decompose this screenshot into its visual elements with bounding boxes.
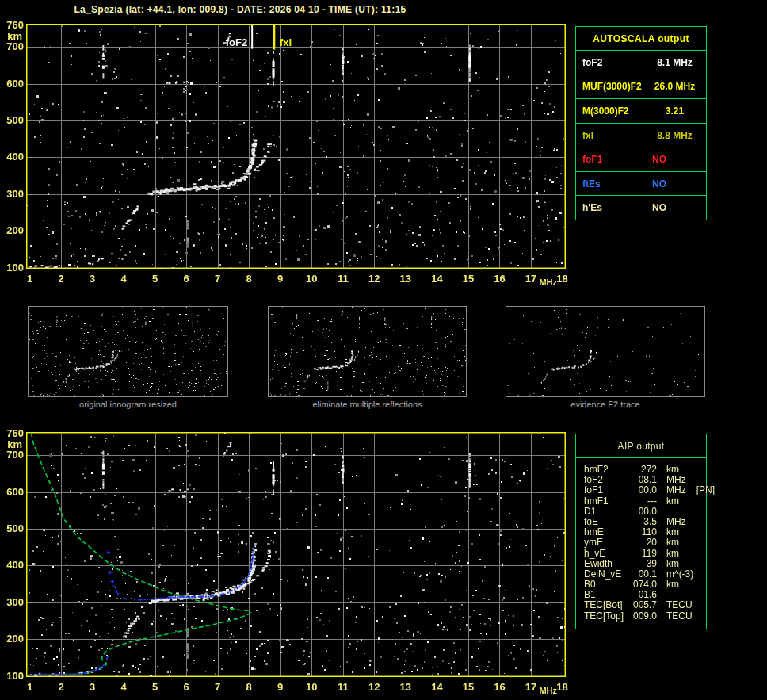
param-label: hmF1 xyxy=(584,496,628,507)
table-row: h'EsNO xyxy=(576,196,706,220)
autoscala-output-table: AUTOSCALA output foF28.1 MHzMUF(3000)F22… xyxy=(575,26,707,220)
param-unit: km xyxy=(666,549,706,559)
param-value: NO xyxy=(643,172,706,196)
table-row: hmF1---km xyxy=(584,496,706,507)
param-value: 26.0 MHz xyxy=(643,75,706,99)
param-label: foF2 xyxy=(576,51,643,75)
param-label: fxI xyxy=(576,124,643,147)
param-label: Ewidth xyxy=(584,559,628,569)
param-label: TEC[Top] xyxy=(584,611,628,622)
thumbnail-original-ionogram xyxy=(28,306,228,397)
param-value: 3.21 xyxy=(643,99,706,123)
param-label: foF1 xyxy=(584,485,628,495)
param-label: M(3000)F2 xyxy=(576,99,643,123)
table-row: ymE20km xyxy=(584,537,706,548)
autoscala-app-screen: { "title": "La_Spezia (lat: +44.1, lon: … xyxy=(0,0,767,700)
table-row: MUF(3000)F226.0 MHz xyxy=(576,75,706,100)
param-unit: km xyxy=(666,559,706,569)
param-unit: km xyxy=(666,496,706,507)
thumbnail-caption: eliminate multiple reflections xyxy=(268,400,467,409)
aip-output-table: AIP output hmF2272kmfoF208.1MHzfoF100.0M… xyxy=(575,434,707,629)
table-row: h_vE119km xyxy=(584,549,706,559)
param-value: 00.0 xyxy=(628,485,657,495)
param-unit: km xyxy=(666,580,706,590)
table-row: M(3000)F23.21 xyxy=(576,99,706,124)
param-unit: km xyxy=(666,537,706,548)
param-value: 119 xyxy=(628,549,657,559)
param-unit: TECU xyxy=(666,600,706,610)
table-row: foF1NO xyxy=(576,147,706,172)
param-value: NO xyxy=(643,147,706,171)
ionogram-plot-canvas xyxy=(0,17,578,295)
page-title: La_Spezia (lat: +44.1, lon: 009.8) - DAT… xyxy=(0,4,480,15)
autoscala-table-rows: foF28.1 MHzMUF(3000)F226.0 MHzM(3000)F23… xyxy=(576,51,706,220)
autoscala-table-header: AUTOSCALA output xyxy=(576,27,706,51)
param-label: ftEs xyxy=(576,172,643,196)
table-row: D100.0 xyxy=(584,507,706,517)
aip-table-rows: hmF2272kmfoF208.1MHzfoF100.0MHz[PN]hmF1-… xyxy=(576,458,706,622)
param-unit: MHz[PN] xyxy=(666,485,715,495)
param-label: h'Es xyxy=(576,196,643,220)
param-label: ymE xyxy=(584,537,628,548)
thumbnail-eliminate-reflections xyxy=(268,306,467,397)
param-value: 39 xyxy=(628,559,657,569)
param-value: 20 xyxy=(628,537,657,548)
param-value: 8.1 MHz xyxy=(643,51,706,75)
table-row: ftEsNO xyxy=(576,172,706,197)
param-label: foF1 xyxy=(576,147,643,171)
param-value: 009.0 xyxy=(628,611,657,622)
param-unit xyxy=(666,507,706,517)
thumbnail-evidence-f2-trace xyxy=(506,306,705,397)
param-value: 005.7 xyxy=(628,600,657,610)
table-row: TEC[Top]009.0TECU xyxy=(584,611,706,622)
param-unit: TECU xyxy=(666,611,706,622)
thumbnail-caption: evidence F2 trace xyxy=(506,400,705,409)
param-note: [PN] xyxy=(696,484,715,495)
param-value: --- xyxy=(628,496,657,507)
param-label: TEC[Bot] xyxy=(584,600,628,610)
table-row: foF100.0MHz[PN] xyxy=(584,485,706,495)
param-value: NO xyxy=(643,196,706,220)
table-row: fxI8.8 MHz xyxy=(576,124,706,148)
profile-plot-canvas xyxy=(0,426,578,700)
param-label: D1 xyxy=(584,507,628,517)
param-value: 00.0 xyxy=(628,507,657,517)
thumbnail-caption: original ionogram resized xyxy=(28,400,228,409)
param-label: MUF(3000)F2 xyxy=(576,75,643,99)
table-row: foF28.1 MHz xyxy=(576,51,706,75)
aip-table-header: AIP output xyxy=(576,434,706,458)
table-row: TEC[Bot]005.7TECU xyxy=(584,600,706,610)
param-value: 8.8 MHz xyxy=(643,124,706,147)
param-label: h_vE xyxy=(584,549,628,559)
table-row: Ewidth39km xyxy=(584,559,706,569)
